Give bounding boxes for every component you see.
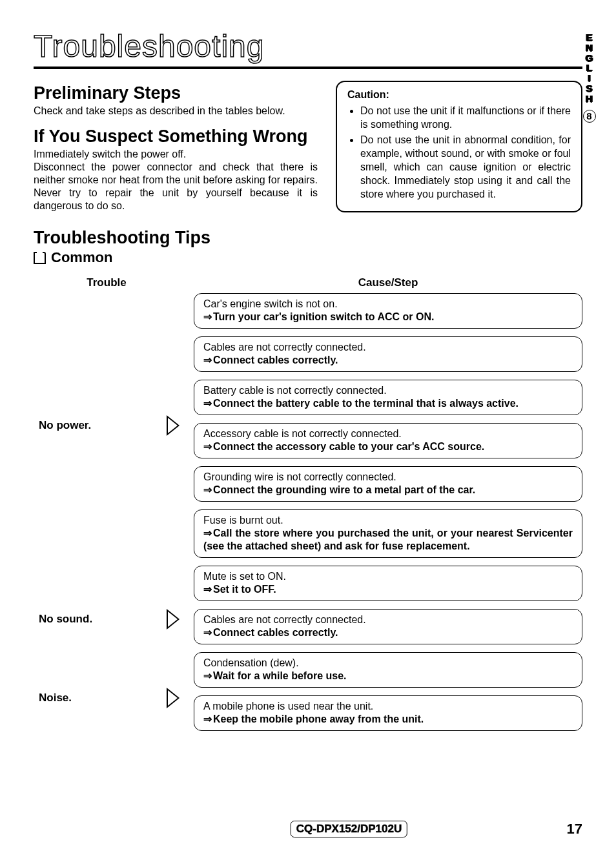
step-text: Connect the grounding wire to a metal pa… [203,484,573,497]
language-tab-label: ENGLISH [577,32,602,103]
arrow-icon [167,415,180,436]
preliminary-steps-body: Check and take steps as described in the… [34,105,318,118]
step-text: Wait for a while before use. [203,670,573,682]
troubleshooting-tips-heading: Troubleshooting Tips [34,228,582,248]
trouble-block: No power. [34,293,180,558]
step-text: Set it to OFF. [203,583,573,596]
cause-step-box: Condensation (dew).Wait for a while befo… [194,652,582,688]
cause-step-box: Mute is set to ON.Set it to OFF. [194,566,582,601]
caution-item: Do not use the unit if it malfunctions o… [360,105,571,132]
column-header-trouble: Trouble [34,272,180,293]
caution-list: Do not use the unit if it malfunctions o… [347,105,571,201]
step-text: Connect the accessory cable to your car'… [203,440,573,453]
language-tab: ENGLISH 8 [577,32,602,123]
cause-step-box: Grounding wire is not correctly connecte… [194,466,582,502]
cause-text: Battery cable is not correctly connected… [203,384,573,397]
column-header-cause: Cause/Step [194,272,582,293]
trouble-label: Noise. [34,692,160,704]
common-heading-label: Common [51,249,112,266]
common-heading: Common [34,249,582,266]
step-text: Turn your car's ignition switch to ACC o… [203,311,573,323]
model-badge: CQ-DPX152/DP102U [291,821,407,837]
cause-step-box: Fuse is burnt out.Call the store where y… [194,509,582,558]
cause-step-box: Car's engine switch is not on.Turn your … [194,293,582,329]
cause-step-box: Cables are not correctly connected.Conne… [194,336,582,372]
cause-text: Fuse is burnt out. [203,514,573,527]
cause-text: Mute is set to ON. [203,570,573,583]
cause-text: Cables are not correctly connected. [203,341,573,354]
language-tab-index: 8 [583,110,596,123]
cause-step-box: Accessory cable is not correctly connect… [194,423,582,458]
suspect-body: Immediately switch the power off.Disconn… [34,148,318,212]
step-text: Call the store where you purchased the u… [203,527,573,553]
caution-heading: Caution: [347,88,571,102]
page-number: 17 [567,821,582,837]
step-text: Connect the battery cable to the termina… [203,397,573,410]
title-rule [34,67,582,69]
trouble-label: No sound. [34,613,160,626]
cause-text: Car's engine switch is not on. [203,298,573,311]
arrow-icon [167,688,180,708]
caution-item: Do not use the unit in abnormal conditio… [360,134,571,201]
trouble-column-body: No power.No sound.Noise. [34,293,180,715]
cause-text: A mobile phone is used near the unit. [203,700,573,713]
cause-text: Condensation (dew). [203,657,573,670]
arrow-icon [167,609,180,630]
caution-box: Caution: Do not use the unit if it malfu… [336,81,582,212]
trouble-block: No sound. [34,558,180,680]
cause-column-body: Car's engine switch is not on.Turn your … [194,293,582,731]
cause-step-box: Cables are not correctly connected.Conne… [194,609,582,644]
step-text: Connect cables correctly. [203,354,573,367]
cause-text: Accessory cable is not correctly connect… [203,427,573,440]
cause-text: Grounding wire is not correctly connecte… [203,471,573,484]
page-title: Troubleshooting [34,28,582,64]
cause-step-box: A mobile phone is used near the unit.Kee… [194,695,582,731]
step-text: Keep the mobile phone away from the unit… [203,713,573,726]
suspect-heading: If You Suspect Something Wrong [34,127,318,147]
cause-step-box: Battery cable is not correctly connected… [194,380,582,415]
cause-text: Cables are not correctly connected. [203,613,573,626]
box-icon [34,252,46,264]
step-text: Connect cables correctly. [203,626,573,639]
trouble-block: Noise. [34,680,180,715]
trouble-label: No power. [34,419,160,432]
preliminary-steps-heading: Preliminary Steps [34,83,318,103]
